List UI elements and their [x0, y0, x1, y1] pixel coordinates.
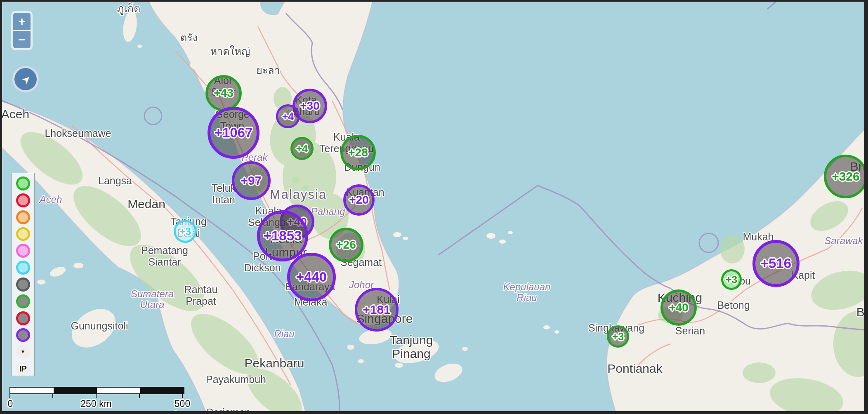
island [486, 233, 495, 239]
scale-label-end: 500 km [175, 398, 190, 414]
zoom-in-button[interactable]: + [13, 13, 31, 30]
legend-item-orange-light[interactable] [16, 210, 30, 224]
cluster-marker[interactable]: +20 [343, 184, 375, 216]
basemap [2, 2, 868, 414]
zoom-out-button[interactable]: − [13, 31, 31, 48]
legend-item-red-light[interactable] [16, 193, 30, 207]
island [347, 345, 354, 350]
legend-panel: ▼ IP [11, 173, 35, 376]
island [393, 232, 401, 237]
legend-item-yellow-light[interactable] [16, 227, 30, 241]
cluster-marker[interactable]: +3 [174, 220, 197, 243]
cluster-marker[interactable]: +326 [824, 155, 868, 198]
island [37, 280, 45, 285]
island [403, 237, 408, 240]
legend-collapse-button[interactable]: ▼ [16, 345, 30, 359]
locate-button[interactable]: ➤ [12, 66, 39, 92]
island [73, 263, 83, 268]
island [462, 347, 468, 351]
cluster-marker[interactable]: +181 [355, 288, 399, 332]
scale-label-mid: 250 km [80, 398, 111, 409]
cluster-marker[interactable]: +1853 [257, 210, 308, 261]
cluster-marker[interactable]: +1067 [208, 107, 259, 159]
navigation-arrow-icon: ➤ [19, 72, 33, 86]
map-canvas[interactable]: ภูเก็ตตรังหาดใหญ่ยะลาAcehLhokseumaweLang… [0, 0, 868, 414]
cluster-marker[interactable]: +3 [607, 325, 629, 348]
cluster-marker[interactable]: +97 [232, 161, 271, 200]
scale-bar-segments [9, 387, 184, 394]
island [358, 359, 364, 363]
ip-icon: IP [19, 364, 26, 374]
zoom-control: + − [11, 11, 33, 50]
legend-item-cyan-light[interactable] [16, 261, 30, 275]
island [120, 9, 125, 13]
island [137, 45, 142, 48]
cluster-marker[interactable]: +26 [329, 228, 363, 262]
cluster-marker[interactable]: +440 [287, 253, 336, 301]
chevron-down-icon: ▼ [21, 349, 26, 355]
island [508, 231, 513, 234]
island [554, 330, 559, 334]
cluster-marker[interactable]: +4 [276, 104, 300, 128]
cluster-marker[interactable]: +43 [205, 75, 242, 111]
legend-item-pink-light[interactable] [16, 244, 30, 258]
locate-button-inner: ➤ [14, 68, 37, 90]
cluster-marker[interactable]: +40 [660, 289, 697, 326]
legend-item-red-gray[interactable] [16, 311, 30, 325]
island [543, 325, 550, 329]
legend-item-green-light[interactable] [16, 176, 30, 191]
scale-label-0: 0 [8, 398, 13, 409]
island [499, 240, 506, 244]
legend-item-green-gray[interactable] [16, 294, 30, 308]
legend-ip-button[interactable]: IP [16, 362, 30, 376]
cluster-marker[interactable]: +516 [752, 240, 800, 287]
cluster-marker[interactable]: +4 [290, 137, 314, 160]
cluster-marker[interactable]: +28 [340, 135, 376, 170]
cluster-marker[interactable]: +3 [721, 269, 742, 290]
island [395, 363, 403, 368]
scale-bar: 0 250 km 500 km [9, 387, 184, 394]
legend-item-purple-gray[interactable] [16, 328, 30, 342]
legend-item-gray[interactable] [16, 278, 30, 292]
